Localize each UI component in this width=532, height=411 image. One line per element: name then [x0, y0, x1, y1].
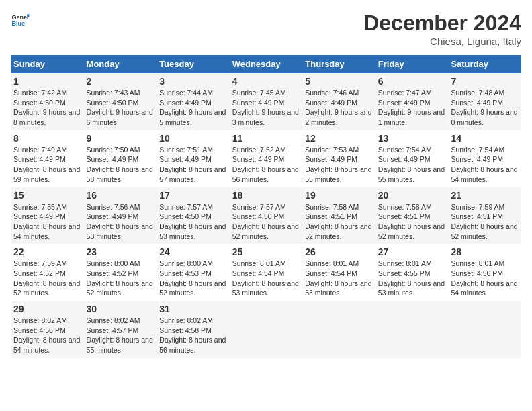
day-number: 7	[451, 76, 519, 87]
calendar-cell: 4 Sunrise: 7:45 AMSunset: 4:49 PMDayligh…	[230, 73, 303, 130]
day-number: 28	[451, 246, 519, 257]
day-number: 14	[451, 133, 519, 144]
calendar-cell: 24 Sunrise: 8:00 AMSunset: 4:53 PMDaylig…	[157, 244, 230, 301]
day-detail: Sunrise: 8:01 AMSunset: 4:54 PMDaylight:…	[305, 259, 371, 297]
calendar-cell: 19 Sunrise: 7:58 AMSunset: 4:51 PMDaylig…	[302, 187, 375, 244]
page-header: General Blue December 2024 Chiesa, Ligur…	[11, 11, 521, 47]
calendar-week-row: 22 Sunrise: 7:59 AMSunset: 4:52 PMDaylig…	[11, 244, 521, 301]
calendar-cell: 9 Sunrise: 7:50 AMSunset: 4:49 PMDayligh…	[84, 130, 157, 187]
calendar-cell: 12 Sunrise: 7:53 AMSunset: 4:49 PMDaylig…	[302, 130, 375, 187]
calendar-week-row: 8 Sunrise: 7:49 AMSunset: 4:49 PMDayligh…	[11, 130, 521, 187]
day-header-wednesday: Wednesday	[230, 55, 303, 73]
day-number: 15	[13, 190, 81, 201]
calendar-cell	[448, 301, 521, 358]
day-detail: Sunrise: 7:50 AMSunset: 4:49 PMDaylight:…	[87, 146, 153, 183]
day-detail: Sunrise: 7:54 AMSunset: 4:49 PMDaylight:…	[378, 146, 445, 183]
day-number: 17	[159, 190, 227, 201]
svg-text:Blue: Blue	[11, 20, 25, 27]
day-header-tuesday: Tuesday	[157, 55, 230, 73]
day-detail: Sunrise: 7:49 AMSunset: 4:49 PMDaylight:…	[13, 146, 80, 183]
day-number: 19	[305, 190, 373, 201]
calendar-table: SundayMondayTuesdayWednesdayThursdayFrid…	[11, 55, 521, 358]
calendar-cell: 22 Sunrise: 7:59 AMSunset: 4:52 PMDaylig…	[11, 244, 84, 301]
day-detail: Sunrise: 7:57 AMSunset: 4:50 PMDaylight:…	[232, 203, 299, 240]
day-detail: Sunrise: 7:45 AMSunset: 4:49 PMDaylight:…	[232, 89, 299, 126]
day-number: 3	[159, 76, 227, 87]
day-number: 30	[87, 304, 154, 314]
day-number: 21	[451, 190, 519, 201]
day-detail: Sunrise: 8:02 AMSunset: 4:58 PMDaylight:…	[159, 316, 226, 354]
calendar-cell: 10 Sunrise: 7:51 AMSunset: 4:49 PMDaylig…	[157, 130, 230, 187]
day-detail: Sunrise: 7:58 AMSunset: 4:51 PMDaylight:…	[305, 203, 371, 240]
calendar-cell: 7 Sunrise: 7:48 AMSunset: 4:49 PMDayligh…	[448, 73, 521, 130]
calendar-cell: 30 Sunrise: 8:02 AMSunset: 4:57 PMDaylig…	[84, 301, 157, 358]
calendar-cell: 8 Sunrise: 7:49 AMSunset: 4:49 PMDayligh…	[11, 130, 84, 187]
day-detail: Sunrise: 7:53 AMSunset: 4:49 PMDaylight:…	[305, 146, 371, 183]
day-number: 8	[13, 133, 81, 144]
day-number: 5	[305, 76, 373, 87]
day-number: 26	[305, 246, 373, 257]
calendar-cell: 2 Sunrise: 7:43 AMSunset: 4:50 PMDayligh…	[84, 73, 157, 130]
day-number: 10	[159, 133, 227, 144]
calendar-week-row: 1 Sunrise: 7:42 AMSunset: 4:50 PMDayligh…	[11, 73, 521, 130]
calendar-cell: 3 Sunrise: 7:44 AMSunset: 4:49 PMDayligh…	[157, 73, 230, 130]
day-number: 22	[13, 246, 81, 257]
calendar-cell: 16 Sunrise: 7:56 AMSunset: 4:49 PMDaylig…	[84, 187, 157, 244]
day-number: 16	[87, 190, 154, 201]
calendar-cell: 13 Sunrise: 7:54 AMSunset: 4:49 PMDaylig…	[375, 130, 449, 187]
calendar-cell: 21 Sunrise: 7:59 AMSunset: 4:51 PMDaylig…	[448, 187, 521, 244]
calendar-cell: 11 Sunrise: 7:52 AMSunset: 4:49 PMDaylig…	[230, 130, 303, 187]
day-detail: Sunrise: 7:47 AMSunset: 4:49 PMDaylight:…	[378, 89, 445, 126]
day-detail: Sunrise: 7:42 AMSunset: 4:50 PMDaylight:…	[13, 89, 80, 126]
logo-icon: General Blue	[11, 11, 30, 30]
day-detail: Sunrise: 7:54 AMSunset: 4:49 PMDaylight:…	[451, 146, 517, 183]
calendar-cell: 15 Sunrise: 7:55 AMSunset: 4:49 PMDaylig…	[11, 187, 84, 244]
calendar-cell: 17 Sunrise: 7:57 AMSunset: 4:50 PMDaylig…	[157, 187, 230, 244]
calendar-cell: 5 Sunrise: 7:46 AMSunset: 4:49 PMDayligh…	[302, 73, 375, 130]
day-number: 12	[305, 133, 373, 144]
calendar-week-row: 29 Sunrise: 8:02 AMSunset: 4:56 PMDaylig…	[11, 301, 521, 358]
day-number: 6	[378, 76, 446, 87]
calendar-cell: 26 Sunrise: 8:01 AMSunset: 4:54 PMDaylig…	[302, 244, 375, 301]
day-detail: Sunrise: 7:43 AMSunset: 4:50 PMDaylight:…	[87, 89, 153, 126]
day-detail: Sunrise: 8:01 AMSunset: 4:56 PMDaylight:…	[451, 259, 517, 297]
title-area: December 2024 Chiesa, Liguria, Italy	[363, 11, 521, 47]
day-detail: Sunrise: 8:01 AMSunset: 4:55 PMDaylight:…	[378, 259, 445, 297]
calendar-cell: 31 Sunrise: 8:02 AMSunset: 4:58 PMDaylig…	[157, 301, 230, 358]
day-number: 2	[87, 76, 154, 87]
calendar-cell: 29 Sunrise: 8:02 AMSunset: 4:56 PMDaylig…	[11, 301, 84, 358]
day-detail: Sunrise: 7:44 AMSunset: 4:49 PMDaylight:…	[159, 89, 226, 126]
day-number: 18	[232, 190, 300, 201]
day-detail: Sunrise: 8:00 AMSunset: 4:52 PMDaylight:…	[87, 259, 153, 297]
page-subtitle: Chiesa, Liguria, Italy	[363, 36, 521, 47]
calendar-cell	[302, 301, 375, 358]
day-header-thursday: Thursday	[302, 55, 375, 73]
day-number: 27	[378, 246, 446, 257]
day-number: 23	[87, 246, 154, 257]
day-detail: Sunrise: 7:59 AMSunset: 4:51 PMDaylight:…	[451, 203, 517, 240]
day-detail: Sunrise: 7:48 AMSunset: 4:49 PMDaylight:…	[451, 89, 517, 126]
day-number: 4	[232, 76, 300, 87]
calendar-cell: 6 Sunrise: 7:47 AMSunset: 4:49 PMDayligh…	[375, 73, 449, 130]
day-header-sunday: Sunday	[11, 55, 84, 73]
calendar-cell: 25 Sunrise: 8:01 AMSunset: 4:54 PMDaylig…	[230, 244, 303, 301]
day-detail: Sunrise: 7:56 AMSunset: 4:49 PMDaylight:…	[87, 203, 153, 240]
day-header-monday: Monday	[84, 55, 157, 73]
day-detail: Sunrise: 7:51 AMSunset: 4:49 PMDaylight:…	[159, 146, 226, 183]
page-title: December 2024	[363, 11, 521, 36]
day-number: 9	[87, 133, 154, 144]
day-detail: Sunrise: 7:58 AMSunset: 4:51 PMDaylight:…	[378, 203, 445, 240]
calendar-cell: 23 Sunrise: 8:00 AMSunset: 4:52 PMDaylig…	[84, 244, 157, 301]
calendar-cell: 28 Sunrise: 8:01 AMSunset: 4:56 PMDaylig…	[448, 244, 521, 301]
day-number: 24	[159, 246, 227, 257]
logo: General Blue	[11, 11, 30, 30]
day-detail: Sunrise: 8:01 AMSunset: 4:54 PMDaylight:…	[232, 259, 299, 297]
day-number: 11	[232, 133, 300, 144]
day-number: 13	[378, 133, 446, 144]
day-number: 31	[159, 304, 227, 314]
day-header-friday: Friday	[375, 55, 449, 73]
calendar-cell	[375, 301, 449, 358]
calendar-cell: 20 Sunrise: 7:58 AMSunset: 4:51 PMDaylig…	[375, 187, 449, 244]
day-detail: Sunrise: 7:46 AMSunset: 4:49 PMDaylight:…	[305, 89, 371, 126]
calendar-cell: 1 Sunrise: 7:42 AMSunset: 4:50 PMDayligh…	[11, 73, 84, 130]
